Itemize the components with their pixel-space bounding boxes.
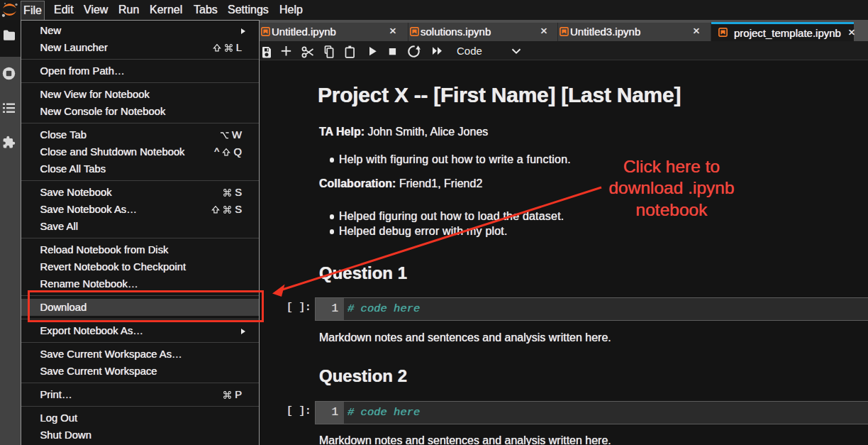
svg-text:Code: Code: [457, 45, 482, 57]
